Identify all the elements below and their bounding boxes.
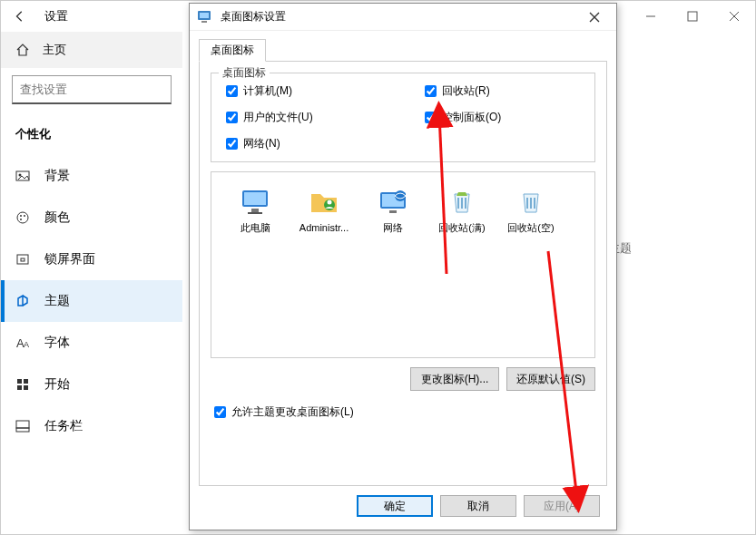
preview-label: Administr...	[290, 221, 358, 234]
svg-point-30	[395, 190, 406, 201]
preview-item-network[interactable]: 网络	[358, 181, 427, 234]
svg-point-4	[17, 212, 28, 223]
preview-item-thispc[interactable]: 此电脑	[221, 181, 290, 234]
tab-strip: 桌面图标	[199, 38, 607, 62]
monitor-icon	[239, 185, 271, 218]
change-icon-button[interactable]: 更改图标(H)...	[410, 367, 499, 391]
sidebar-item-label: 锁屏界面	[44, 251, 95, 268]
allow-theme-label: 允许主题更改桌面图标(L)	[231, 404, 354, 420]
close-button[interactable]	[713, 1, 755, 32]
sidebar-item-label: 主题	[44, 293, 70, 309]
checkbox-label: 控制面板(O)	[442, 110, 501, 125]
svg-rect-32	[461, 198, 463, 209]
allow-theme-checkbox[interactable]	[214, 406, 226, 418]
svg-rect-19	[200, 13, 209, 18]
maximize-button[interactable]	[672, 1, 713, 32]
sidebar-item-colors[interactable]: 颜色	[1, 197, 182, 238]
checkbox-controlpanel[interactable]: 控制面板(O)	[421, 109, 584, 126]
folder-user-icon	[308, 185, 340, 218]
svg-point-26	[328, 200, 332, 205]
checkbox-input-userfiles[interactable]	[226, 112, 238, 123]
sidebar-item-taskbar[interactable]: 任务栏	[1, 405, 182, 447]
svg-rect-24	[248, 212, 262, 214]
desktop-icons-group: 桌面图标 计算机(M)回收站(R)用户的文件(U)控制面板(O)网络(N)	[211, 73, 595, 162]
svg-rect-23	[251, 209, 259, 212]
svg-rect-35	[530, 198, 532, 209]
dialog-titlebar: 桌面图标设置	[190, 4, 616, 31]
dialog-close-button[interactable]	[578, 5, 611, 29]
bin-full-icon	[446, 185, 478, 218]
sidebar-item-label: 字体	[44, 335, 70, 351]
search-input[interactable]	[12, 75, 172, 104]
background-icon	[15, 169, 32, 183]
sidebar-item-label: 背景	[44, 168, 70, 184]
back-button[interactable]	[12, 8, 28, 24]
sidebar-item-themes[interactable]: 主题	[1, 280, 182, 322]
svg-rect-33	[465, 198, 466, 209]
svg-rect-13	[24, 379, 28, 384]
icon-button-row: 更改图标(H)... 还原默认值(S)	[211, 367, 595, 391]
tab-desktop-icons[interactable]: 桌面图标	[199, 39, 266, 62]
sidebar-item-lockscreen[interactable]: 锁屏界面	[1, 238, 182, 280]
checkbox-input-computer[interactable]	[226, 85, 238, 97]
globe-monitor-icon	[377, 185, 409, 218]
section-title: 个性化	[1, 121, 182, 155]
svg-rect-14	[17, 385, 22, 390]
svg-rect-15	[24, 385, 28, 390]
svg-rect-1	[688, 12, 697, 21]
svg-rect-16	[16, 428, 29, 432]
checkbox-label: 用户的文件(U)	[243, 110, 313, 125]
preview-label: 网络	[358, 221, 427, 234]
svg-rect-34	[526, 198, 528, 209]
lockscreen-icon	[15, 252, 32, 267]
dialog-body: 桌面图标 桌面图标 计算机(M)回收站(R)用户的文件(U)控制面板(O)网络(…	[190, 31, 616, 493]
checkbox-input-controlpanel[interactable]	[425, 112, 437, 123]
checkbox-userfiles[interactable]: 用户的文件(U)	[222, 109, 385, 126]
sidebar-item-label: 任务栏	[44, 418, 83, 434]
checkbox-input-recycle[interactable]	[425, 85, 437, 97]
checkbox-computer[interactable]: 计算机(M)	[222, 83, 385, 100]
home-icon	[15, 43, 30, 57]
minimize-button[interactable]	[630, 1, 672, 32]
svg-rect-12	[17, 379, 22, 384]
restore-defaults-button[interactable]: 还原默认值(S)	[506, 367, 595, 391]
apply-button[interactable]: 应用(A)	[524, 495, 600, 517]
dialog-title: 桌面图标设置	[221, 9, 578, 24]
cancel-button[interactable]: 取消	[440, 495, 516, 517]
svg-rect-22	[244, 192, 266, 205]
preview-item-recycle-empty[interactable]: 回收站(空)	[496, 181, 565, 234]
dialog-icon	[197, 9, 213, 25]
desktop-icons-dialog: 桌面图标设置 桌面图标 桌面图标 计算机(M)回收站(R)用户的文件(U)控制面…	[189, 3, 617, 530]
sidebar-item-background[interactable]: 背景	[1, 155, 182, 197]
tab-content: 桌面图标 计算机(M)回收站(R)用户的文件(U)控制面板(O)网络(N) 此电…	[199, 62, 607, 486]
svg-rect-9	[21, 258, 25, 261]
search-wrap	[1, 75, 182, 121]
themes-icon	[15, 294, 32, 308]
sidebar-item-label: 颜色	[44, 209, 70, 226]
svg-point-7	[20, 219, 22, 220]
svg-point-5	[20, 215, 22, 217]
icon-preview-box: 此电脑Administr...网络回收站(满)回收站(空)	[211, 171, 595, 358]
svg-point-6	[24, 215, 25, 217]
checkbox-label: 回收站(R)	[442, 83, 490, 99]
checkbox-input-network[interactable]	[226, 138, 238, 150]
checkbox-network[interactable]: 网络(N)	[222, 135, 385, 152]
sidebar-item-fonts[interactable]: AA字体	[1, 322, 182, 364]
start-icon	[15, 377, 32, 392]
taskbar-icon	[15, 419, 32, 433]
allow-theme-row[interactable]: 允许主题更改桌面图标(L)	[211, 404, 595, 421]
svg-point-3	[19, 174, 22, 177]
sidebar-item-start[interactable]: 开始	[1, 364, 182, 405]
colors-icon	[15, 210, 32, 225]
preview-item-recycle-full[interactable]: 回收站(满)	[427, 181, 496, 234]
nav-list: 背景颜色锁屏界面主题AA字体开始任务栏	[1, 155, 182, 447]
ok-button[interactable]: 确定	[357, 495, 433, 517]
svg-text:A: A	[24, 340, 29, 349]
svg-rect-31	[457, 198, 459, 209]
checkbox-recycle[interactable]: 回收站(R)	[421, 83, 584, 100]
preview-item-admin[interactable]: Administr...	[290, 181, 358, 234]
svg-rect-20	[201, 21, 207, 23]
sidebar: 主页 个性化 背景颜色锁屏界面主题AA字体开始任务栏	[1, 32, 182, 534]
dialog-buttons: 确定 取消 应用(A)	[357, 495, 600, 517]
home-row[interactable]: 主页	[1, 32, 182, 68]
